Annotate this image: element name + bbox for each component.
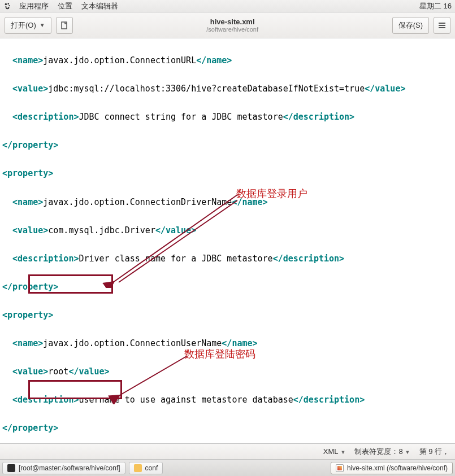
- menu-texteditor[interactable]: 文本编辑器: [77, 1, 123, 11]
- open-label: 打开(O): [11, 20, 36, 30]
- new-document-button[interactable]: [56, 17, 73, 34]
- svg-point-1: [7, 3, 9, 5]
- task-files-label: conf: [145, 464, 158, 472]
- svg-point-0: [5, 3, 7, 5]
- gnome-logo-icon: [3, 2, 11, 10]
- gedit-icon: [336, 464, 344, 472]
- status-tabwidth[interactable]: 制表符宽度：8▼: [354, 447, 410, 457]
- clock: 星期二 16: [419, 1, 452, 11]
- status-bar: XML▼ 制表符宽度：8▼ 第 9 行，: [0, 443, 455, 459]
- system-menubar: 应用程序 位置 文本编辑器 星期二 16: [0, 0, 455, 12]
- save-label: 保存(S): [398, 20, 423, 30]
- save-button[interactable]: 保存(S): [392, 17, 429, 34]
- status-lang[interactable]: XML▼: [323, 447, 346, 456]
- menu-places[interactable]: 位置: [53, 1, 77, 11]
- folder-icon: [134, 464, 142, 472]
- task-terminal[interactable]: [root@master:/software/hive/conf]: [2, 462, 125, 474]
- text-editor-area[interactable]: <name>javax.jdo.option.ConnectionURL</na…: [0, 38, 455, 443]
- title-area: hive-site.xml /software/hive/conf: [77, 18, 388, 33]
- taskbar: [root@master:/software/hive/conf] conf h…: [0, 459, 455, 476]
- task-gedit[interactable]: hive-site.xml (/software/hive/conf): [331, 462, 453, 474]
- document-icon: [60, 21, 69, 30]
- hamburger-icon: [438, 21, 446, 29]
- status-position: 第 9 行，: [419, 447, 449, 457]
- editor-toolbar: 打开(O) ▼ hive-site.xml /software/hive/con…: [0, 12, 455, 38]
- svg-line-5: [119, 200, 237, 282]
- task-terminal-label: [root@master:/software/hive/conf]: [19, 464, 120, 472]
- menu-applications[interactable]: 应用程序: [15, 1, 53, 11]
- svg-rect-3: [62, 22, 67, 29]
- terminal-icon: [7, 464, 15, 472]
- svg-line-4: [113, 195, 237, 282]
- task-files[interactable]: conf: [129, 462, 163, 474]
- chevron-down-icon: ▼: [40, 22, 45, 28]
- open-button[interactable]: 打开(O) ▼: [5, 17, 51, 34]
- hamburger-button[interactable]: [434, 17, 450, 34]
- document-path: /software/hive/conf: [77, 26, 388, 33]
- svg-line-6: [119, 356, 187, 396]
- document-title: hive-site.xml: [77, 18, 388, 26]
- svg-point-2: [8, 5, 10, 6]
- task-gedit-label: hive-site.xml (/software/hive/conf): [347, 464, 448, 472]
